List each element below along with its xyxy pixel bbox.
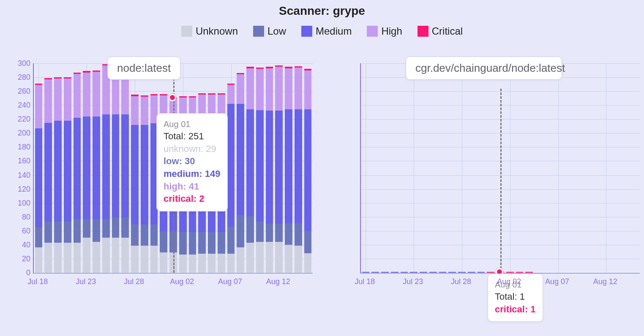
bar[interactable] <box>391 272 398 273</box>
bar-segment-unknown <box>35 247 43 273</box>
crosshair-dot-left <box>169 94 176 101</box>
bar-segment-low <box>189 232 196 255</box>
bar-segment-medium <box>237 104 244 216</box>
bar-segment-low <box>227 227 235 254</box>
bar[interactable] <box>285 67 292 273</box>
legend-label: Critical <box>432 25 463 37</box>
bar[interactable] <box>410 272 418 273</box>
legend-item-critical[interactable]: Critical <box>418 25 463 37</box>
bar[interactable] <box>362 272 370 273</box>
bar-segment-critical <box>237 73 244 74</box>
bar[interactable] <box>448 272 456 273</box>
bar-segment-high <box>83 73 90 117</box>
bar-segment-high <box>266 68 273 111</box>
y-tick: 280 <box>12 73 30 82</box>
bar[interactable] <box>93 70 100 273</box>
y-tick: 300 <box>12 59 30 68</box>
bar-segment-unknown <box>304 253 312 273</box>
bar[interactable] <box>74 73 81 273</box>
bar-segment-low <box>246 216 254 243</box>
bar[interactable] <box>525 272 533 273</box>
bar-segment-unknown <box>121 238 129 273</box>
bar[interactable] <box>381 272 389 273</box>
panel-label-right: cgr.dev/chainguard/node:latest <box>406 57 562 80</box>
bar-segment-unknown <box>295 246 302 273</box>
bar[interactable] <box>458 272 466 273</box>
bar[interactable] <box>102 64 110 273</box>
bar-segment-high <box>275 67 283 111</box>
bar[interactable] <box>516 272 524 273</box>
bar-segment-critical <box>218 93 225 95</box>
bar-segment-medium <box>371 272 379 273</box>
bar-segment-critical <box>295 66 302 68</box>
bar-segment-low <box>237 215 244 247</box>
bar[interactable] <box>487 272 494 273</box>
bar-segment-low <box>64 222 71 243</box>
bar[interactable] <box>506 272 514 273</box>
bar[interactable] <box>401 272 408 273</box>
bar[interactable] <box>35 84 43 273</box>
bar[interactable] <box>429 272 437 273</box>
bar-segment-critical <box>246 67 254 68</box>
bar-segment-low <box>179 232 187 255</box>
bar-segment-medium <box>74 118 81 219</box>
bar[interactable] <box>246 67 254 273</box>
bar-segment-unknown <box>237 247 244 273</box>
bar[interactable] <box>64 77 71 273</box>
bar-segment-medium <box>439 272 447 273</box>
legend-item-medium[interactable]: Medium <box>301 25 352 37</box>
bar-segment-medium <box>121 114 129 218</box>
y-tick: 20 <box>12 254 30 263</box>
bar[interactable] <box>371 272 379 273</box>
bar-segment-low <box>160 231 167 252</box>
bar-segment-medium <box>275 111 283 224</box>
bar-segment-low <box>218 232 225 254</box>
bar-segment-critical <box>285 67 292 68</box>
bar-segment-high <box>285 68 292 110</box>
bar[interactable] <box>439 272 447 273</box>
bar-segment-unknown <box>74 243 81 273</box>
bar[interactable] <box>227 84 235 273</box>
bar[interactable] <box>54 77 62 273</box>
bar-segment-unknown <box>208 254 216 273</box>
bar-segment-critical <box>74 73 81 74</box>
legend-item-unknown[interactable]: Unknown <box>181 25 238 37</box>
bar[interactable] <box>275 65 283 273</box>
bar-segment-low <box>83 219 90 238</box>
bar[interactable] <box>256 68 264 273</box>
bar[interactable] <box>83 71 90 273</box>
bar-segment-high <box>304 70 312 110</box>
bar-segment-unknown <box>141 246 148 273</box>
bar[interactable] <box>266 67 273 273</box>
bar[interactable] <box>420 272 427 273</box>
bar-segment-unknown <box>246 243 254 273</box>
plot-area-right[interactable] <box>360 63 640 274</box>
bar-segment-critical <box>487 272 494 273</box>
bar[interactable] <box>121 65 129 273</box>
bar[interactable] <box>295 66 302 273</box>
bar-segment-unknown <box>218 254 225 273</box>
bar[interactable] <box>112 64 120 273</box>
bar-segment-high <box>54 79 62 120</box>
bar[interactable] <box>141 95 148 273</box>
bar[interactable] <box>237 73 244 273</box>
bar[interactable] <box>304 69 312 273</box>
tooltip-date: Aug 01 <box>164 119 221 130</box>
bar[interactable] <box>478 272 485 273</box>
bar-segment-unknown <box>83 238 90 273</box>
x-tick: Jul 18 <box>355 277 375 286</box>
bar[interactable] <box>131 95 139 273</box>
swatch-medium <box>301 26 312 37</box>
bar-segment-low <box>295 223 302 246</box>
bar-segment-critical <box>275 65 283 67</box>
bar[interactable] <box>468 272 475 273</box>
bar-segment-unknown <box>150 246 158 273</box>
legend-item-low[interactable]: Low <box>253 25 286 37</box>
x-tick: Aug 02 <box>170 277 194 286</box>
legend-item-high[interactable]: High <box>367 25 402 37</box>
chart-container: Scanner: grype Unknown Low Medium High C… <box>0 0 644 336</box>
bar-segment-unknown <box>285 245 292 273</box>
bar[interactable] <box>44 78 52 273</box>
bar-segment-low <box>256 222 264 242</box>
tooltip-low: low: 30 <box>164 155 221 168</box>
